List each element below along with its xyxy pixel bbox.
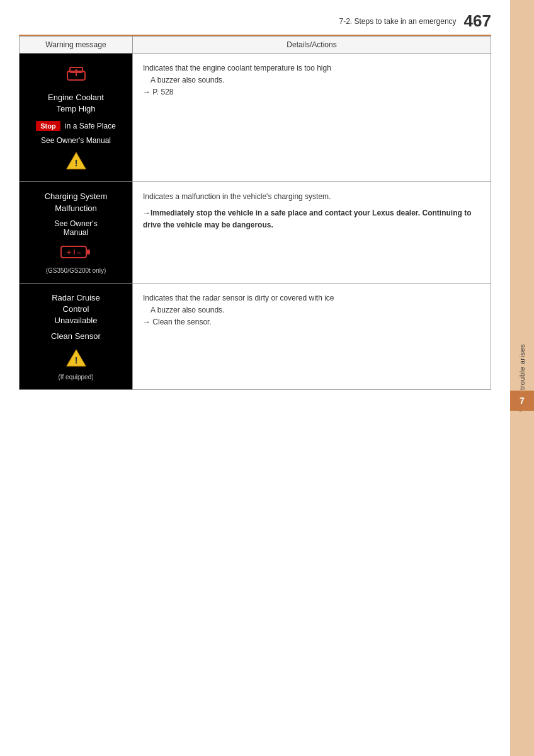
details-cell-charging: Indicates a malfunction in the vehicle's… <box>133 182 491 283</box>
engine-coolant-details-sub: A buzzer also sounds. <box>143 76 224 84</box>
stop-button-label: Stop <box>36 121 60 131</box>
engine-temp-icon <box>27 62 125 89</box>
main-content: 7-2. Steps to take in an emergency 467 W… <box>0 0 510 390</box>
svg-rect-6 <box>61 246 86 258</box>
table-row: Engine Coolant Temp High Stop in a Safe … <box>20 54 491 182</box>
svg-text:–: – <box>77 248 81 257</box>
warning-table: Warning message Details/Actions <box>19 36 491 390</box>
charging-title: Charging System Malfunction <box>27 191 125 214</box>
stop-suffix: in a Safe Place <box>65 122 116 130</box>
page-container: When trouble arises 7 7-2. Steps to take… <box>0 0 534 756</box>
warning-cell-charging: Charging System Malfunction See Owner's … <box>20 182 133 283</box>
svg-text:!: ! <box>74 355 77 365</box>
svg-rect-7 <box>86 249 90 255</box>
battery-icon-wrapper: + – <box>27 243 125 263</box>
header-page-number: 467 <box>464 11 491 31</box>
stop-safe-place: Stop in a Safe Place <box>27 120 125 131</box>
svg-text:!: ! <box>74 158 77 168</box>
warning-cell-engine-coolant: Engine Coolant Temp High Stop in a Safe … <box>20 54 133 182</box>
see-manual-engine: See Owner's Manual <box>27 136 125 145</box>
warning-triangle-icon-3: ! <box>65 348 87 367</box>
engine-coolant-details-main: Indicates that the engine coolant temper… <box>143 64 331 72</box>
radar-details-sub: A buzzer also sounds. <box>143 306 224 314</box>
engine-coolant-details-link: → P. 528 <box>143 88 173 96</box>
engine-coolant-title: Engine Coolant Temp High <box>27 92 125 115</box>
details-cell-radar: Indicates that the radar sensor is dirty… <box>133 283 491 390</box>
charging-footnote: (GS350/GS200t only) <box>27 267 125 274</box>
charging-details-bold: →Immediately stop the vehicle in a safe … <box>143 207 480 231</box>
right-sidebar: When trouble arises 7 <box>510 0 534 756</box>
warning-triangle-icon-1: ! <box>65 151 87 170</box>
header-section-title: 7-2. Steps to take in an emergency <box>339 17 457 26</box>
svg-marker-3 <box>74 69 78 72</box>
clean-sensor-label: Clean Sensor <box>27 331 125 341</box>
radar-details-link: → Clean the sensor. <box>143 318 212 326</box>
table-row: Charging System Malfunction See Owner's … <box>20 182 491 283</box>
svg-text:+: + <box>67 248 71 257</box>
table-row: Radar Cruise Control Unavailable Clean S… <box>20 283 491 390</box>
col-header-warning: Warning message <box>20 37 133 54</box>
charging-details-main: Indicates a malfunction in the vehicle's… <box>143 192 331 201</box>
radar-details-main: Indicates that the radar sensor is dirty… <box>143 294 334 302</box>
details-cell-engine-coolant: Indicates that the engine coolant temper… <box>133 54 491 182</box>
radar-title: Radar Cruise Control Unavailable <box>27 292 125 327</box>
radar-footnote: (If equipped) <box>27 374 125 381</box>
sidebar-chapter-number: 7 <box>510 391 534 411</box>
see-manual-charging: See Owner's Manual <box>27 219 125 237</box>
battery-icon: + – <box>60 243 92 261</box>
page-header: 7-2. Steps to take in an emergency 467 <box>19 0 491 36</box>
warning-cell-radar: Radar Cruise Control Unavailable Clean S… <box>20 283 133 390</box>
col-header-details: Details/Actions <box>133 37 491 54</box>
